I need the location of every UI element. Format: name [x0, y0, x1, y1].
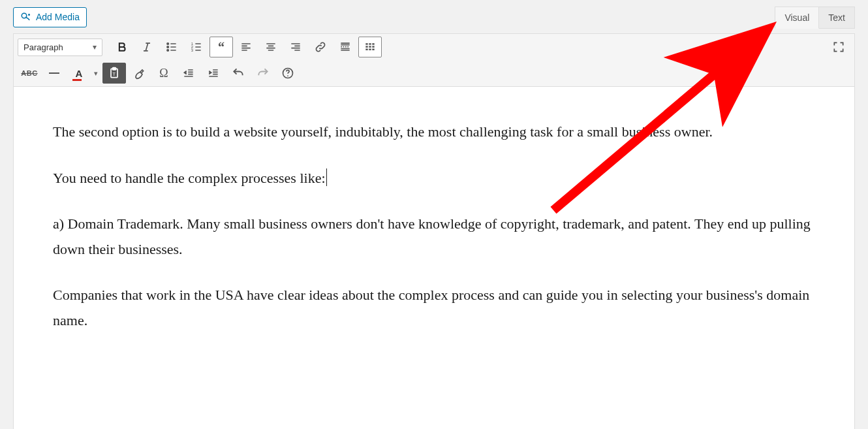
content-paragraph: a) Domain Trademark. Many small business…: [53, 212, 815, 262]
svg-point-4: [167, 50, 168, 52]
omega-icon: Ω: [159, 67, 168, 80]
svg-rect-8: [365, 43, 367, 45]
format-select-wrap[interactable]: Paragraph: [18, 39, 102, 56]
svg-rect-12: [369, 46, 371, 48]
bulleted-list-button[interactable]: [160, 37, 183, 57]
svg-text:T: T: [113, 71, 116, 77]
svg-point-2: [167, 43, 168, 45]
svg-point-1: [28, 14, 30, 16]
svg-rect-11: [365, 46, 367, 48]
toolbar-row-2: ABC A ▾ T Ω: [14, 60, 854, 86]
svg-rect-13: [372, 46, 374, 48]
svg-rect-18: [113, 68, 116, 70]
text-color-icon: A: [76, 68, 83, 79]
text-cursor: [326, 168, 327, 185]
redo-button[interactable]: [251, 63, 275, 84]
editor-container: Add Media Visual Text Paragraph 123 “: [13, 0, 855, 429]
fullscreen-button[interactable]: [827, 37, 850, 57]
outdent-button[interactable]: [177, 63, 200, 84]
editor-tabs: Visual Text: [775, 7, 855, 29]
quote-icon: “: [218, 44, 225, 50]
read-more-button[interactable]: [333, 37, 357, 57]
undo-button[interactable]: [226, 63, 250, 84]
paste-as-text-button[interactable]: T: [102, 63, 126, 84]
blockquote-button[interactable]: “: [209, 37, 233, 57]
help-button[interactable]: [276, 63, 300, 84]
content-paragraph: You need to handle the complex processes…: [53, 166, 815, 191]
text-color-dropdown[interactable]: ▾: [91, 63, 101, 84]
tab-text[interactable]: Text: [819, 7, 855, 29]
tab-visual[interactable]: Visual: [775, 7, 819, 29]
svg-rect-10: [372, 43, 374, 45]
indent-button[interactable]: [202, 63, 225, 84]
special-character-button[interactable]: Ω: [152, 63, 176, 84]
add-media-label: Add Media: [36, 11, 80, 23]
numbered-list-button[interactable]: 123: [185, 37, 208, 57]
clear-formatting-button[interactable]: [127, 63, 151, 84]
text-color-button[interactable]: A: [67, 63, 91, 84]
text-color-swatch: [72, 79, 82, 81]
align-center-button[interactable]: [259, 37, 283, 57]
content-paragraph: The second option is to build a website …: [53, 119, 815, 145]
svg-rect-16: [372, 49, 374, 51]
formatting-toolbar: Paragraph 123 “ ABC A: [13, 33, 855, 87]
svg-rect-15: [369, 49, 371, 51]
italic-button[interactable]: [135, 37, 159, 57]
svg-point-21: [287, 75, 288, 76]
toolbar-toggle-button[interactable]: [358, 37, 382, 57]
align-right-button[interactable]: [284, 37, 307, 57]
add-media-button[interactable]: Add Media: [13, 7, 87, 27]
svg-point-3: [167, 46, 168, 48]
media-icon: [20, 12, 32, 24]
toolbar-row-1: Paragraph 123 “: [14, 34, 854, 60]
insert-link-button[interactable]: [309, 37, 332, 57]
media-toolbar: Add Media Visual Text: [13, 0, 855, 33]
content-paragraph: Companies that work in the USA have clea…: [53, 283, 815, 333]
editor-content-area[interactable]: The second option is to build a website …: [13, 87, 855, 429]
svg-rect-9: [369, 43, 371, 45]
horizontal-rule-button[interactable]: [42, 63, 66, 84]
hr-icon: [49, 72, 59, 74]
align-left-button[interactable]: [234, 37, 258, 57]
strike-icon: ABC: [21, 69, 37, 77]
svg-rect-14: [365, 49, 367, 51]
strikethrough-button[interactable]: ABC: [18, 63, 41, 84]
svg-text:3: 3: [191, 48, 193, 52]
bold-button[interactable]: [110, 37, 134, 57]
paragraph-format-select[interactable]: Paragraph: [18, 39, 102, 56]
